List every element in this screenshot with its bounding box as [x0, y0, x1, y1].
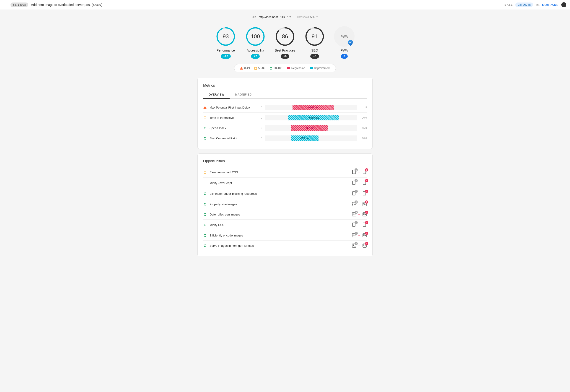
fcp-name: First Contentful Paint: [209, 137, 256, 140]
square-icon: [254, 67, 257, 70]
defer-images-base-badge: 6: [355, 211, 358, 214]
legend-improvement: Improvement: [310, 67, 330, 70]
lint-label: lint: [536, 3, 539, 6]
metrics-tabs: OVERVIEW MAGNIFIED: [203, 91, 367, 99]
minify-css-name: Minify CSS: [209, 223, 349, 227]
compare-button[interactable]: COMPARE: [542, 3, 559, 7]
render-blocking-circle-icon: [204, 193, 206, 195]
opp-icon-minify-js: [203, 182, 207, 184]
opp-defer-images: Defer offscreen images 6 → 6: [203, 209, 367, 220]
remove-css-square-icon: [204, 171, 206, 174]
minify-css-arrow: →: [358, 223, 361, 227]
size-images-actions: 9 → 3: [352, 202, 367, 206]
tab-magnified[interactable]: MAGNIFIED: [230, 91, 257, 99]
minify-css-head-badge: 1: [365, 221, 368, 224]
fcp-circle-icon: [204, 137, 206, 140]
nextgen-images-arrow: →: [358, 244, 361, 247]
metric-icon-tti: [203, 116, 207, 119]
render-blocking-head-icon: 1: [362, 191, 367, 196]
accessibility-badge: +2: [251, 54, 260, 59]
remove-css-head-icon: 1: [362, 170, 367, 175]
defer-images-name: Defer offscreen images: [209, 213, 349, 216]
improvement-icon: [310, 67, 313, 69]
remove-css-actions: 1 → 1: [352, 170, 367, 175]
seo-score: 91: [312, 33, 318, 40]
defer-images-head-icon: 6: [362, 212, 367, 217]
legend-0-49-label: 0-49: [244, 67, 250, 70]
encode-images-base-badge: 1: [355, 232, 358, 235]
nextgen-images-name: Serve images in next-gen formats: [209, 244, 349, 247]
tab-overview[interactable]: OVERVIEW: [203, 91, 230, 99]
render-blocking-actions: 2 → 1: [352, 191, 367, 196]
nextgen-images-circle-icon: [204, 244, 206, 247]
opp-size-images: Properly size images 9 → 3: [203, 199, 367, 209]
metrics-card: Metrics OVERVIEW MAGNIFIED Max Potential…: [197, 78, 373, 149]
minify-js-name: Minify JavaScript: [209, 181, 349, 185]
legend-90-100: 90-100: [270, 67, 282, 70]
metrics-title: Metrics: [203, 84, 367, 88]
minify-js-head-badge: 4: [365, 179, 368, 182]
render-blocking-name: Eliminate render-blocking resources: [209, 192, 349, 196]
defer-images-base-icon: 6: [352, 212, 356, 217]
defer-images-arrow: →: [358, 212, 361, 216]
size-images-arrow: →: [358, 202, 361, 206]
metric-icon-si: [203, 127, 207, 129]
metric-tti: Time to Interactive 0 -9,950 ms 20.0: [203, 113, 367, 123]
main-content: URL http://localhost:PORT/ ▼ Threshold 5…: [194, 10, 376, 266]
remove-css-arrow: →: [358, 170, 361, 174]
metric-speed-index: Speed Index 0 +767 ms 15.0: [203, 123, 367, 133]
tti-bar: -9,950 ms: [288, 115, 339, 120]
threshold-control[interactable]: Threshold 5% ▼: [297, 15, 318, 20]
nextgen-images-base-badge: 3: [355, 242, 358, 245]
encode-images-head-badge: 1: [365, 232, 368, 235]
size-images-base-badge: 9: [355, 200, 358, 204]
url-control[interactable]: URL http://localhost:PORT/ ▼: [252, 15, 291, 20]
base-commit-badge: 5a714025: [11, 2, 28, 7]
tti-bar-wrap: -9,950 ms: [265, 115, 357, 120]
info-button[interactable]: i: [561, 2, 566, 7]
performance-score: 93: [223, 33, 229, 40]
render-blocking-base-badge: 2: [355, 190, 358, 193]
regression-label: Regression: [291, 67, 305, 70]
remove-css-name: Remove unused CSS: [209, 170, 349, 174]
opp-icon-size-images: [203, 203, 207, 206]
improvement-label: Improvement: [314, 67, 330, 70]
size-images-head-badge: 3: [365, 200, 368, 204]
minify-js-actions: 4 → 4: [352, 180, 367, 185]
accessibility-score: 100: [251, 33, 260, 40]
metric-icon-fcp: [203, 137, 207, 140]
best-practices-label: Best Practices: [275, 49, 295, 52]
render-blocking-head-badge: 1: [365, 190, 368, 193]
score-best-practices: 86 Best Practices +0: [275, 26, 295, 59]
remove-css-base-badge: 1: [355, 168, 358, 171]
legend-0-49: 0-49: [240, 67, 250, 70]
opp-minify-js: Minify JavaScript 4 → 4: [203, 178, 367, 188]
minify-css-base-badge: 1: [355, 221, 358, 224]
performance-label: Performance: [217, 49, 235, 52]
opp-icon-defer-images: [203, 213, 207, 216]
threshold-label: Threshold: [297, 15, 309, 19]
encode-images-base-icon: 1: [352, 233, 356, 238]
nextgen-images-base-icon: 3: [352, 243, 356, 248]
metric-max-fid: Max Potential First Input Delay 0 +566 m…: [203, 102, 367, 113]
back-button[interactable]: ←: [4, 2, 8, 7]
encode-images-arrow: →: [358, 234, 361, 237]
si-max: 15.0: [360, 126, 367, 129]
nextgen-images-head-badge: 3: [365, 242, 368, 245]
remove-css-head-badge: 1: [365, 168, 368, 171]
opp-icon-remove-css: [203, 171, 207, 174]
legend-50-89: 50-89: [254, 67, 265, 70]
performance-badge: +26: [221, 54, 231, 59]
opp-icon-render-blocking: [203, 193, 207, 195]
opp-remove-css: Remove unused CSS 1 → 1: [203, 167, 367, 178]
si-name: Speed Index: [209, 126, 256, 130]
score-pwa: PWA PWA 0: [334, 26, 355, 59]
seo-label: SEO: [311, 49, 318, 52]
threshold-value: 5%: [310, 15, 315, 19]
tti-name: Time to Interactive: [209, 116, 256, 120]
defer-images-circle-icon: [204, 213, 206, 216]
metric-icon-fid: [203, 106, 207, 109]
opp-minify-css: Minify CSS 1 → 1: [203, 220, 367, 230]
defer-images-head-badge: 6: [365, 211, 368, 214]
nextgen-images-head-icon: 3: [362, 243, 367, 248]
